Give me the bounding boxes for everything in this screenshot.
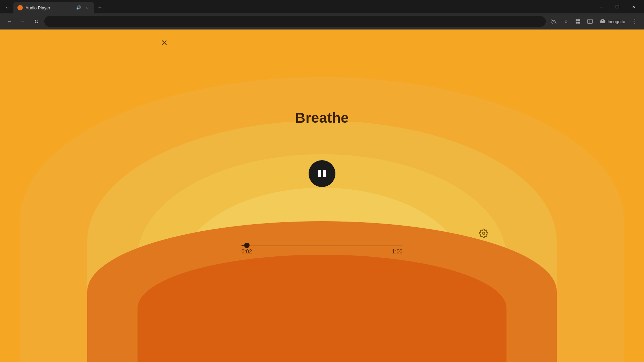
window-close-button[interactable]: ✕ <box>626 2 641 11</box>
active-tab[interactable]: Audio Player 🔊 × <box>13 2 94 13</box>
svg-rect-0 <box>576 19 578 21</box>
pause-icon <box>318 170 326 177</box>
progress-times: 0:02 1:00 <box>241 249 402 255</box>
progress-thumb <box>244 243 250 248</box>
forward-button[interactable]: → <box>17 16 28 27</box>
svg-rect-1 <box>578 19 580 21</box>
tab-list-button[interactable]: ⌄ <box>3 2 12 11</box>
refresh-button[interactable]: ↻ <box>31 16 42 27</box>
bookmark-button[interactable]: ☆ <box>560 16 571 27</box>
tab-close-button[interactable]: × <box>84 5 90 11</box>
tab-favicon <box>17 5 23 10</box>
maximize-button[interactable]: ❐ <box>610 2 625 11</box>
eye-slash-icon-button[interactable] <box>548 16 559 27</box>
tab-audio-icon: 🔊 <box>76 5 81 10</box>
pause-bar-left <box>318 170 321 177</box>
orange-arc-inner <box>138 255 506 362</box>
new-tab-button[interactable]: + <box>95 3 105 12</box>
window-controls: ─ ❐ ✕ <box>594 2 641 13</box>
minimize-button[interactable]: ─ <box>594 2 609 11</box>
extensions-button[interactable] <box>573 16 583 27</box>
page-content: ✕ Breathe 0:02 1:00 <box>0 29 644 362</box>
back-button[interactable]: ← <box>4 16 15 27</box>
settings-button[interactable] <box>478 227 490 239</box>
svg-rect-4 <box>588 19 592 24</box>
svg-rect-3 <box>578 22 580 24</box>
tab-title: Audio Player <box>25 5 73 10</box>
current-time: 0:02 <box>241 249 252 255</box>
tab-bar: ⌄ Audio Player 🔊 × + ─ ❐ ✕ <box>0 0 644 13</box>
progress-container: 0:02 1:00 <box>241 245 402 255</box>
svg-point-6 <box>483 232 485 235</box>
pause-button[interactable] <box>309 160 335 187</box>
incognito-label: Incognito <box>607 19 625 24</box>
browser-toolbar: ← → ↻ my.headspace.com/player/38?authorI… <box>0 13 644 29</box>
pause-bar-right <box>323 170 326 177</box>
svg-rect-2 <box>576 22 578 24</box>
menu-button[interactable]: ⋮ <box>629 16 640 27</box>
total-time: 1:00 <box>392 249 402 255</box>
address-input[interactable]: my.headspace.com/player/38?authorId=1&co… <box>48 19 542 24</box>
toolbar-icons: ☆ Incognito ⋮ <box>548 16 640 27</box>
breathe-title: Breathe <box>295 110 349 126</box>
progress-track[interactable] <box>241 245 402 246</box>
sidebar-button[interactable] <box>585 16 595 27</box>
tab-left-controls: ⌄ <box>3 2 12 13</box>
close-player-button[interactable]: ✕ <box>161 39 168 47</box>
incognito-badge: Incognito <box>597 17 628 26</box>
address-bar[interactable]: my.headspace.com/player/38?authorId=1&co… <box>44 16 546 27</box>
